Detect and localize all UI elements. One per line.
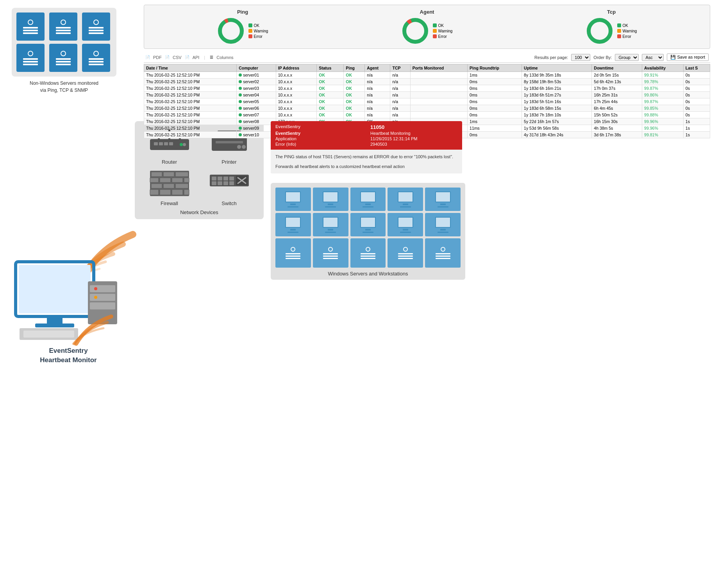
table-cell: 99.96% xyxy=(642,118,684,125)
agent-legend: OK Warning Error xyxy=(433,23,453,39)
table-cell: n/a xyxy=(390,98,410,105)
col-agent[interactable]: Agent xyxy=(365,64,390,72)
svg-rect-2 xyxy=(159,142,163,145)
api-link[interactable]: API xyxy=(193,55,200,60)
table-cell: Thu 2016-02-25 12:52:10 PM xyxy=(144,105,237,112)
svg-rect-46 xyxy=(19,265,91,313)
table-cell: OK xyxy=(344,105,365,112)
ping-legend: OK Warning Error xyxy=(248,23,268,39)
columns-link[interactable]: Columns xyxy=(216,55,233,60)
table-cell: 99.78% xyxy=(642,79,684,85)
table-cell: 99.81% xyxy=(642,132,684,138)
table-cell: OK xyxy=(344,98,365,105)
alert-id: 11050 xyxy=(370,124,457,130)
win-desktop-4 xyxy=(388,188,423,211)
svg-point-61 xyxy=(589,20,611,42)
table-cell: server07 xyxy=(237,112,276,118)
switch-label: Switch xyxy=(221,200,236,206)
table-cell: 99.88% xyxy=(642,112,684,118)
svg-rect-40 xyxy=(223,181,228,185)
svg-rect-48 xyxy=(35,323,74,327)
win-server-3 xyxy=(350,238,386,268)
col-ports[interactable]: Ports Monitored xyxy=(410,64,467,72)
table-cell: server05 xyxy=(237,98,276,105)
table-cell: Thu 2016-02-25 12:52:10 PM xyxy=(144,112,237,118)
col-ping[interactable]: Ping xyxy=(344,64,365,72)
col-availability[interactable]: Availability xyxy=(642,64,684,72)
csv-link[interactable]: CSV xyxy=(173,55,182,60)
order-by-select[interactable]: Group Name IP xyxy=(615,54,639,61)
col-tcp[interactable]: TCP xyxy=(390,64,410,72)
col-status[interactable]: Status xyxy=(317,64,344,72)
col-uptime[interactable]: Uptime xyxy=(522,64,592,72)
table-cell: 8y 133d 9h 35m 18s xyxy=(522,72,592,79)
win-server-4 xyxy=(388,238,423,268)
col-downtime[interactable]: Downtime xyxy=(592,64,642,72)
table-cell: OK xyxy=(344,72,365,79)
table-cell: Thu 2016-02-25 12:52:10 PM xyxy=(144,98,237,105)
svg-point-17 xyxy=(242,145,246,149)
csv-icon: 📄 xyxy=(165,55,170,59)
results-per-page-select[interactable]: 100 50 200 xyxy=(571,54,590,61)
svg-point-57 xyxy=(220,20,242,42)
svg-rect-47 xyxy=(47,316,63,324)
svg-rect-51 xyxy=(90,294,115,301)
tcp-donut xyxy=(586,17,613,45)
svg-rect-4 xyxy=(169,142,173,145)
table-cell: n/a xyxy=(365,112,390,118)
svg-rect-38 xyxy=(212,181,216,185)
alert-datetime: 11/26/2015 12:31:14 PM xyxy=(370,136,457,141)
table-cell: server06 xyxy=(237,105,276,112)
asc-desc-select[interactable]: Asc Desc xyxy=(642,54,664,61)
table-cell: Thu 2016-02-25 12:52:10 PM xyxy=(144,92,237,98)
table-cell: 10.x.x.x xyxy=(276,85,316,92)
table-cell xyxy=(410,112,467,118)
table-cell: 1s xyxy=(683,132,710,138)
table-cell: server03 xyxy=(237,85,276,92)
table-cell: server04 xyxy=(237,92,276,98)
table-cell: 1s xyxy=(683,118,710,125)
pdf-link[interactable]: PDF xyxy=(153,55,162,60)
table-cell: 99.91% xyxy=(642,72,684,79)
table-cell: 6h 4m 45s xyxy=(592,105,642,112)
monitor-section: Ping OK Warning xyxy=(144,5,710,49)
table-cell: n/a xyxy=(390,79,410,85)
table-cell: 1y 183d 6h 58m 15s xyxy=(522,105,592,112)
col-roundtrip[interactable]: Ping Roundtrip xyxy=(468,64,522,72)
table-cell: 4y 317d 18h 43m 24s xyxy=(522,132,592,138)
table-cell: 1s xyxy=(683,125,710,132)
table-row: Thu 2016-02-25 12:52:10 PMserver0210.x.x… xyxy=(144,79,710,85)
table-cell: 1ms xyxy=(468,72,522,79)
table-cell: Thu 2016-02-25 12:52:10 PM xyxy=(144,118,237,125)
svg-rect-21 xyxy=(175,172,188,177)
network-switch-item: Switch xyxy=(201,169,257,206)
table-cell: 1y 53d 9h 56m 58s xyxy=(522,125,592,132)
server-item xyxy=(49,44,77,72)
server-item xyxy=(49,13,77,41)
table-cell: server01 xyxy=(237,72,276,79)
table-cell: 0s xyxy=(683,105,710,112)
svg-rect-24 xyxy=(172,178,183,182)
eventsentry-title: EventSentry Heartbeat Monitor xyxy=(12,346,125,365)
printer-label: Printer xyxy=(221,159,236,165)
col-lasts[interactable]: Last S xyxy=(683,64,710,72)
col-computer[interactable]: Computer xyxy=(237,64,276,72)
table-row: Thu 2016-02-25 12:52:10 PMserver0710.x.x… xyxy=(144,112,710,118)
table-cell: 10.x.x.x xyxy=(276,72,316,79)
col-ip[interactable]: IP Address xyxy=(276,64,316,72)
table-cell: 0s xyxy=(683,98,710,105)
table-cell: n/a xyxy=(365,92,390,98)
table-cell: 5d 6h 42m 13s xyxy=(592,79,642,85)
table-row: Thu 2016-02-25 12:52:10 PMserver0510.x.x… xyxy=(144,98,710,105)
table-cell: Thu 2016-02-25 12:52:10 PM xyxy=(144,85,237,92)
alert-box: EventSentry 11050 EventSentry Heartbeat … xyxy=(271,121,462,173)
table-cell: server09 xyxy=(237,125,276,132)
table-cell: Thu 2016-02-25 12:52:10 PM xyxy=(144,132,237,138)
non-windows-servers-section: Non-Windows Servers monitored via Ping, … xyxy=(12,8,116,94)
table-cell xyxy=(410,92,467,98)
table-cell: 8y 158d 19h 8m 53s xyxy=(522,79,592,85)
save-as-report-button[interactable]: 💾 Save as report xyxy=(667,54,709,61)
svg-point-16 xyxy=(237,145,241,149)
col-datetime[interactable]: Date / Time xyxy=(144,64,237,72)
non-windows-label: Non-Windows Servers monitored via Ping, … xyxy=(12,80,116,94)
